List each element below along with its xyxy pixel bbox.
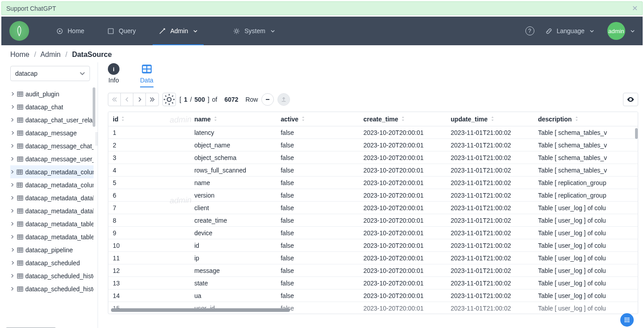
table-hscroll[interactable] <box>111 308 290 312</box>
fab-apps[interactable] <box>620 313 634 327</box>
tree-item[interactable]: datacap_metadata_colum <box>10 178 94 191</box>
tree-item[interactable]: datacap_metadata_datab <box>10 191 94 204</box>
datasource-select[interactable]: datacap <box>10 66 90 81</box>
cell: false <box>276 139 359 151</box>
language-switch[interactable]: Language <box>546 27 594 35</box>
tree-item[interactable]: datacap_message_chat_ <box>10 139 94 152</box>
prev-page-button[interactable] <box>121 93 133 106</box>
tree-item-label: datacap_scheduled_histo <box>26 285 94 293</box>
table-row[interactable]: 1latencyfalse2023-10-20T20:00:012023-11-… <box>108 126 638 139</box>
table-row[interactable]: 13statefalse2023-10-20T20:00:012023-11-0… <box>108 277 638 289</box>
col-header-description[interactable]: description <box>533 112 638 126</box>
cell: Table [ user_log ] of colu <box>533 214 638 227</box>
svg-point-32 <box>628 319 630 321</box>
table-row[interactable]: 6versionfalse2023-10-20T20:00:012023-11-… <box>108 189 638 202</box>
table-row[interactable]: 3object_schemafalse2023-10-20T20:00:0120… <box>108 151 638 164</box>
table-vscroll[interactable] <box>635 128 638 139</box>
table-icon <box>17 286 23 292</box>
cell: 2023-10-20T20:00:01 <box>359 177 446 189</box>
sort-icon <box>490 116 495 123</box>
col-header-name[interactable]: name <box>190 112 276 126</box>
svg-rect-6 <box>17 118 23 122</box>
tab-info[interactable]: i Info <box>108 63 119 87</box>
table-icon <box>17 208 23 214</box>
table-row[interactable]: 9devicefalse2023-10-20T20:00:012023-11-0… <box>108 227 638 239</box>
tree-item[interactable]: datacap_scheduled_histo <box>10 269 94 282</box>
sort-icon <box>301 116 305 123</box>
col-header-create_time[interactable]: create_time <box>359 112 446 126</box>
table-row[interactable]: 14uafalse2023-10-20T20:00:012023-11-01T2… <box>108 289 638 302</box>
link-icon <box>546 28 552 35</box>
table-icon <box>17 221 23 227</box>
table-row[interactable]: 10idfalse2023-10-20T20:00:012023-11-01T2… <box>108 239 638 252</box>
tree-item-label: datacap_scheduled <box>26 259 80 267</box>
table-row[interactable]: 4rows_full_scannedfalse2023-10-20T20:00:… <box>108 164 638 177</box>
cell: 2023-11-01T21:00:02 <box>446 239 533 252</box>
tree-item[interactable]: datacap_message <box>10 126 94 139</box>
visible-columns-button[interactable] <box>623 93 638 106</box>
tree-item[interactable]: datacap_chat <box>10 100 94 113</box>
next-page-button[interactable] <box>133 93 146 106</box>
svg-point-31 <box>627 319 628 321</box>
table-row[interactable]: 8create_timefalse2023-10-20T20:00:012023… <box>108 214 638 227</box>
logo[interactable] <box>9 21 29 41</box>
tree-item[interactable]: audit_plugin <box>10 87 94 100</box>
tree-item[interactable]: datacap_scheduled_histo <box>10 282 94 295</box>
table-row[interactable]: 7clientfalse2023-10-20T20:00:012023-11-0… <box>108 202 638 214</box>
tree-item[interactable]: datacap_metadata_table <box>10 217 94 230</box>
cell: Table [ schema_tables_v <box>533 151 638 164</box>
nav-home[interactable]: Home <box>50 24 90 38</box>
cell: 2023-10-20T20:00:01 <box>359 252 446 264</box>
table-icon <box>17 260 23 266</box>
minus-button[interactable] <box>261 93 274 106</box>
table-icon <box>17 182 23 188</box>
support-banner: Support ChatGPT ✕ <box>1 1 643 15</box>
col-header-update_time[interactable]: update_time <box>446 112 533 126</box>
table-row[interactable]: 5namefalse2023-10-20T20:00:012023-11-01T… <box>108 177 638 189</box>
crumb-home[interactable]: Home <box>10 51 30 58</box>
close-icon[interactable]: ✕ <box>632 4 638 13</box>
svg-rect-16 <box>17 248 23 252</box>
nav-query[interactable]: Query <box>101 24 142 38</box>
tree-item[interactable]: datacap_chat_user_relati <box>10 113 94 126</box>
chevron-right-icon <box>10 287 15 291</box>
first-page-button[interactable] <box>108 93 121 106</box>
crumb-current: DataSource <box>72 51 112 58</box>
nav-system[interactable]: System <box>227 24 281 38</box>
tree-item[interactable]: datacap_metadata_colum <box>10 165 94 178</box>
chevron-right-icon <box>10 170 14 174</box>
table-row[interactable]: 12messagefalse2023-10-20T20:00:012023-11… <box>108 264 638 277</box>
last-page-button[interactable] <box>146 93 158 106</box>
cell: 2023-11-01T21:00:02 <box>446 264 533 277</box>
col-header-active[interactable]: active <box>276 112 359 126</box>
cell: message <box>190 264 276 277</box>
crumb-admin[interactable]: Admin <box>40 51 60 58</box>
settings-button[interactable] <box>162 93 176 106</box>
tree-item[interactable]: datacap_metadata_datab <box>10 204 94 217</box>
chevron-right-icon <box>10 209 15 213</box>
user-menu[interactable]: admin <box>607 22 635 40</box>
help-button[interactable]: ? <box>525 26 534 35</box>
cell: device <box>190 227 276 239</box>
tree-item[interactable]: datacap_message_user_ <box>10 152 94 165</box>
chevron-right-icon <box>10 274 15 278</box>
cell: 2023-10-20T20:00:01 <box>359 227 446 239</box>
cell: state <box>190 277 276 289</box>
cell: 2023-10-20T20:00:01 <box>359 289 446 302</box>
tree-item[interactable]: datacap_scheduled <box>10 256 94 269</box>
cell: 2023-11-01T21:00:02 <box>446 177 533 189</box>
cell: object_schema <box>190 151 276 164</box>
upload-button[interactable] <box>277 93 290 106</box>
cell: 2 <box>108 139 190 151</box>
main-tabs: i Info Data <box>108 62 638 87</box>
pager-toolbar: [ 1 / 500 ] of 6072 Row <box>108 93 638 106</box>
table-row[interactable]: 2object_namefalse2023-10-20T20:00:012023… <box>108 139 638 151</box>
tree-item[interactable]: datacap_pipeline <box>10 243 94 256</box>
table-row[interactable]: 11ipfalse2023-10-20T20:00:012023-11-01T2… <box>108 252 638 264</box>
col-header-id[interactable]: id <box>108 112 190 126</box>
nav-admin[interactable]: Admin <box>153 24 204 38</box>
tab-data[interactable]: Data <box>140 63 154 87</box>
svg-point-26 <box>630 99 631 100</box>
tree-item[interactable]: datacap_metadata_table <box>10 230 94 243</box>
cell: 2023-10-20T20:00:01 <box>359 164 446 177</box>
